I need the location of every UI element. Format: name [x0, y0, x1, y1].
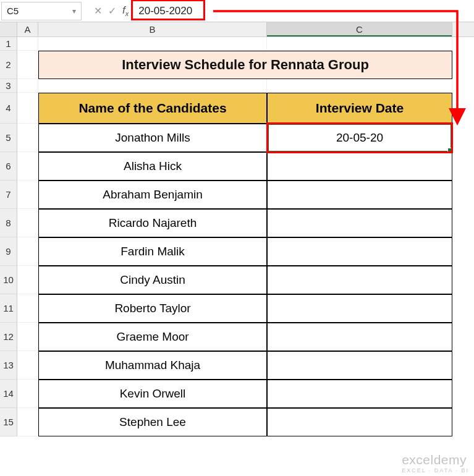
table-row[interactable]: Ricardo Najareth — [38, 209, 267, 237]
cell[interactable] — [17, 124, 38, 152]
table-row[interactable]: Fardin Malik — [38, 237, 267, 266]
name-box-value: C5 — [7, 6, 19, 16]
cell[interactable] — [38, 37, 267, 51]
row-header-gutter: 1 2 3 4 5 6 7 8 9 10 11 12 13 14 15 — [0, 22, 17, 436]
cell[interactable] — [17, 181, 38, 209]
cell[interactable] — [267, 380, 452, 408]
cell[interactable] — [267, 37, 452, 51]
enter-icon[interactable]: ✓ — [108, 5, 116, 17]
cell[interactable] — [267, 79, 452, 93]
formula-bar: C5 ▾ ✕ ✓ fx 20-05-2020 — [0, 0, 474, 22]
cell[interactable] — [17, 408, 38, 436]
table-row[interactable]: Graeme Moor — [38, 323, 267, 351]
column-header[interactable]: B — [38, 22, 267, 36]
worksheet: 1 2 3 4 5 6 7 8 9 10 11 12 13 14 15 A B … — [0, 22, 474, 436]
sheet-title[interactable]: Interview Schedule for Rennata Group — [38, 51, 452, 79]
cell[interactable] — [17, 380, 38, 408]
cell[interactable] — [17, 294, 38, 323]
cell[interactable] — [17, 152, 38, 181]
formula-bar-icons: ✕ ✓ fx — [90, 4, 132, 17]
row-header[interactable]: 7 — [0, 181, 17, 209]
row-header[interactable]: 8 — [0, 209, 17, 237]
cell[interactable] — [17, 237, 38, 266]
table-row[interactable]: Kevin Orwell — [38, 380, 267, 408]
row-header[interactable]: 13 — [0, 351, 17, 380]
column-header[interactable]: A — [17, 22, 38, 36]
cell[interactable] — [267, 181, 452, 209]
cell[interactable] — [267, 152, 452, 181]
table-row[interactable]: Cindy Austin — [38, 266, 267, 294]
cell[interactable] — [17, 209, 38, 237]
cell[interactable] — [267, 323, 452, 351]
table-row[interactable]: Stephen Lee — [38, 408, 267, 436]
table-row[interactable]: Roberto Taylor — [38, 294, 267, 323]
row-header[interactable]: 1 — [0, 37, 17, 51]
table-header-date[interactable]: Interview Date — [267, 93, 452, 124]
row-header[interactable]: 4 — [0, 93, 17, 124]
cell[interactable] — [17, 323, 38, 351]
row-header[interactable]: 14 — [0, 380, 17, 408]
cell[interactable] — [17, 51, 38, 79]
table-row[interactable]: Alisha Hick — [38, 152, 267, 181]
table-header-name[interactable]: Name of the Candidates — [38, 93, 267, 124]
column-header[interactable]: C — [267, 22, 452, 36]
formula-input[interactable]: 20-05-2020 — [132, 2, 474, 20]
chevron-down-icon[interactable]: ▾ — [72, 7, 76, 15]
cell[interactable] — [267, 294, 452, 323]
cell[interactable] — [17, 266, 38, 294]
formula-value: 20-05-2020 — [138, 5, 192, 17]
cell[interactable] — [267, 408, 452, 436]
cell-c5[interactable]: 20-05-20 — [267, 124, 452, 152]
cell[interactable] — [267, 266, 452, 294]
row-header[interactable]: 3 — [0, 79, 17, 93]
row-header[interactable]: 12 — [0, 323, 17, 351]
table-row[interactable]: Abraham Benjamin — [38, 181, 267, 209]
cell[interactable] — [17, 351, 38, 380]
name-box[interactable]: C5 ▾ — [1, 2, 82, 20]
row-header[interactable]: 5 — [0, 124, 17, 152]
row-header[interactable]: 10 — [0, 266, 17, 294]
row-header[interactable]: 11 — [0, 294, 17, 323]
cell[interactable] — [17, 93, 38, 124]
row-header[interactable]: 6 — [0, 152, 17, 181]
fx-icon[interactable]: fx — [122, 4, 129, 17]
table-row[interactable]: Muhammad Khaja — [38, 351, 267, 380]
row-header[interactable]: 2 — [0, 51, 17, 79]
cell[interactable] — [267, 237, 452, 266]
grid: A B C Interview Schedule for Rennata Gro… — [17, 22, 474, 436]
cancel-icon[interactable]: ✕ — [94, 5, 102, 17]
cell[interactable] — [17, 79, 38, 93]
cell[interactable] — [38, 79, 267, 93]
column-header-row: A B C — [17, 22, 474, 37]
watermark: exceldemy EXCEL · DATA · BI — [402, 453, 469, 474]
cell[interactable] — [267, 351, 452, 380]
cell[interactable] — [17, 37, 38, 51]
row-header[interactable]: 15 — [0, 408, 17, 436]
select-all-corner[interactable] — [0, 22, 17, 37]
row-header[interactable]: 9 — [0, 237, 17, 266]
table-row[interactable]: Jonathon Mills — [38, 124, 267, 152]
cell[interactable] — [267, 209, 452, 237]
